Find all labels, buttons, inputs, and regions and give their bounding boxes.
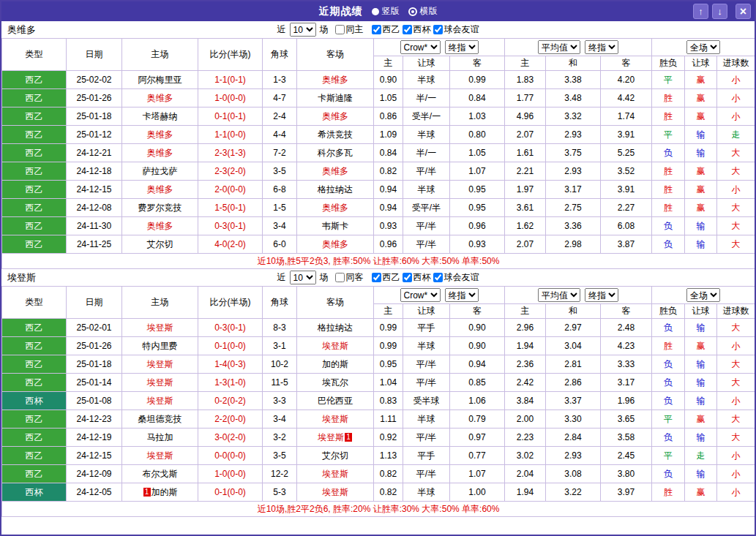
odds-stage-select[interactable]: 终指 <box>445 288 479 302</box>
sections-container: 奥维多 近 10 场 同主 西乙西杯球会友谊 类型日期主场比分(半场)角球客场 … <box>1 21 755 517</box>
scope-select[interactable]: 全场 <box>686 40 720 54</box>
same-venue-filter[interactable]: 同主 <box>334 23 364 36</box>
match-score: 0-0(0-0) <box>198 447 263 465</box>
away-team-name: 巴伦西亚 <box>318 396 353 406</box>
away-team: 奥维多 <box>297 71 374 89</box>
league-filter-0[interactable]: 西杯 <box>402 23 431 36</box>
odds-company-select[interactable]: Crow* <box>400 40 441 54</box>
competition-badge: 西乙 <box>2 429 67 447</box>
match-row: 西乙 25-01-26 奥维多 1-0(0-0) 4-7 卡斯迪隆 1.05 半… <box>2 89 755 107</box>
titlebar-center: 近期战绩 竖版 横版 <box>319 5 438 18</box>
average-stage-select[interactable]: 终指 <box>585 40 618 54</box>
odds-home: 0.94 <box>374 181 403 199</box>
league-checkbox[interactable] <box>372 25 381 34</box>
goals-result: 大 <box>717 410 755 429</box>
titlebar: 近期战绩 竖版 横版 ↑ ↓ × <box>1 1 755 21</box>
league-checkbox[interactable] <box>372 273 381 282</box>
match-date: 25-01-08 <box>67 392 122 410</box>
column-header: 比分(半场) <box>198 287 263 319</box>
league-checkbox[interactable] <box>403 25 412 34</box>
column-header: 客 <box>601 304 652 319</box>
match-date: 25-01-12 <box>67 126 122 144</box>
column-header: 主 <box>374 304 403 319</box>
team-name: 奥维多 <box>7 23 36 37</box>
home-team: 萨拉戈萨 <box>122 162 198 181</box>
league-checkbox[interactable] <box>433 25 443 34</box>
win-draw-loss-result: 负 <box>652 465 685 483</box>
same-venue-checkbox[interactable] <box>335 273 345 282</box>
recent-label: 近 <box>277 23 286 36</box>
recent-count-select[interactable]: 10 <box>290 23 316 37</box>
handicap-result: 输 <box>685 374 717 392</box>
odds-company-select[interactable]: Crow* <box>400 288 441 302</box>
league-filter-1[interactable]: 西乙 <box>371 271 400 284</box>
home-team: 阿尔梅里亚 <box>122 71 198 89</box>
results-table: 类型日期主场比分(半场)角球客场 Crow*终指 平均值终指 全场 主让球客主和… <box>1 38 755 269</box>
match-row: 西乙 25-01-12 奥维多 1-1(0-0) 4-4 希洪竞技 1.09 半… <box>2 126 755 144</box>
league-checkbox[interactable] <box>403 273 412 282</box>
goals-result: 小 <box>717 465 755 483</box>
home-team: 特内里费 <box>122 337 198 355</box>
same-venue-filter[interactable]: 同客 <box>334 271 364 284</box>
average-select[interactable]: 平均值 <box>538 40 580 54</box>
odds-away: 0.90 <box>450 337 505 355</box>
league-filter-0[interactable]: 西乙 <box>371 23 400 36</box>
average-stage-select[interactable]: 终指 <box>585 288 618 302</box>
avg-draw: 3.32 <box>546 107 601 126</box>
goals-result: 小 <box>717 107 755 126</box>
home-team-name: 埃登斯 <box>147 322 173 333</box>
scroll-down-button[interactable]: ↓ <box>712 4 727 19</box>
avg-home: 2.96 <box>505 319 546 337</box>
league-filter-1[interactable]: 西杯 <box>402 271 431 284</box>
corner-count: 4-4 <box>263 126 297 144</box>
competition-badge: 西乙 <box>2 71 67 89</box>
handicap-result: 输 <box>685 235 717 254</box>
scope-select[interactable]: 全场 <box>686 288 720 302</box>
column-header: 客 <box>450 56 505 71</box>
avg-away: 3.97 <box>601 483 652 502</box>
league-label: 西乙 <box>383 271 400 284</box>
matches-label: 场 <box>320 271 329 284</box>
odds-away: 0.85 <box>450 374 505 392</box>
league-checkbox[interactable] <box>433 273 443 282</box>
avg-home: 1.97 <box>505 181 546 199</box>
same-venue-checkbox[interactable] <box>335 25 345 34</box>
competition-badge: 西乙 <box>2 181 67 199</box>
column-header: 和 <box>546 56 601 71</box>
avg-away: 2.27 <box>601 199 652 217</box>
column-header: 主 <box>505 56 546 71</box>
league-filter-1[interactable]: 球会友谊 <box>433 271 479 284</box>
layout-vertical-option[interactable]: 竖版 <box>372 5 400 18</box>
away-team-name: 艾尔切 <box>322 450 348 461</box>
same-venue-label: 同客 <box>346 271 364 284</box>
league-label: 西乙 <box>383 23 400 36</box>
scroll-up-button[interactable]: ↑ <box>693 4 708 19</box>
average-select[interactable]: 平均值 <box>538 288 580 302</box>
column-header: 比分(半场) <box>198 39 263 71</box>
league-filter-0[interactable]: 球会友谊 <box>433 23 479 36</box>
match-row: 西乙 25-01-18 埃登斯 1-4(0-3) 10-2 加的斯 0.95 平… <box>2 355 755 374</box>
layout-horizontal-option[interactable]: 横版 <box>408 5 438 18</box>
home-team: 奥维多 <box>122 181 198 199</box>
competition-badge: 西乙 <box>2 144 67 162</box>
away-team: 奥维多 <box>297 199 374 217</box>
handicap-result: 输 <box>685 319 717 337</box>
avg-away: 3.58 <box>601 429 652 447</box>
avg-away: 2.48 <box>601 319 652 337</box>
odds-stage-select[interactable]: 终指 <box>445 40 479 54</box>
corner-count: 3-5 <box>263 447 297 465</box>
match-date: 25-01-18 <box>67 107 122 126</box>
avg-home: 2.42 <box>505 374 546 392</box>
close-button[interactable]: × <box>736 4 751 19</box>
summary-row: 近10场,胜5平2负3, 胜率:50% 让胜率:60% 大率:50% 单率:50… <box>2 254 755 269</box>
recent-count-select[interactable]: 10 <box>290 271 316 284</box>
odds-away: 0.79 <box>450 410 505 429</box>
away-team: 奥维多 <box>297 162 374 181</box>
avg-home: 2.07 <box>505 126 546 144</box>
avg-draw: 2.75 <box>546 199 601 217</box>
away-team-name: 埃登斯 <box>322 414 348 424</box>
away-team-name: 埃登斯 <box>322 341 348 351</box>
odds-handicap: 平/半 <box>403 465 450 483</box>
win-draw-loss-result: 负 <box>652 374 685 392</box>
avg-draw: 3.08 <box>546 465 601 483</box>
